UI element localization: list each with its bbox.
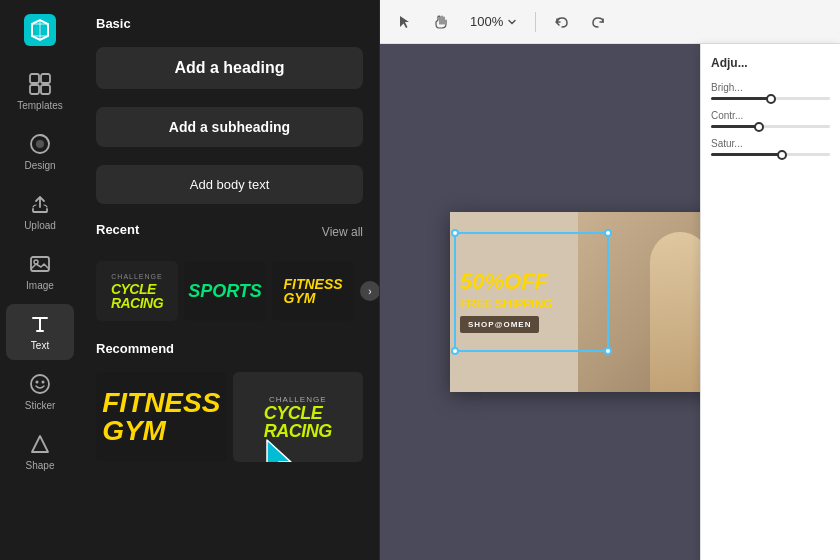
recent-thumb-fitness-gym[interactable]: FITNESSGYM: [272, 261, 354, 321]
banner-content: 50%OFF FREE SHIPPING SHOP@OMEN: [450, 212, 610, 392]
add-subheading-button[interactable]: Add a subheading: [96, 107, 363, 147]
cursor-tool[interactable]: [392, 8, 420, 36]
contrast-row: Contr...: [711, 110, 830, 128]
upload-icon: [28, 192, 52, 216]
adjust-panel-title: Adju...: [711, 56, 830, 70]
recommend-cycle-racing[interactable]: CHALLENGE CYCLERACING: [233, 372, 364, 462]
canvas-area: 100%: [380, 0, 840, 560]
fifty-off-text: 50%OFF: [460, 271, 600, 293]
svg-point-9: [31, 375, 49, 393]
brightness-fill: [711, 97, 771, 100]
sidebar-item-upload[interactable]: Upload: [6, 184, 74, 240]
svg-point-6: [36, 140, 44, 148]
sidebar: Templates Design Upload: [0, 0, 80, 560]
sticker-icon: [28, 372, 52, 396]
sports-text: SPORTS: [188, 281, 262, 302]
design-icon: [28, 132, 52, 156]
saturation-fill: [711, 153, 782, 156]
svg-rect-3: [30, 85, 39, 94]
svg-rect-1: [30, 74, 39, 83]
text-icon: [28, 312, 52, 336]
saturation-row: Satur...: [711, 138, 830, 156]
toolbar-divider: [535, 12, 536, 32]
recent-section-title: Recent: [96, 222, 139, 237]
sidebar-item-design[interactable]: Design: [6, 124, 74, 180]
contrast-handle: [754, 122, 764, 132]
add-heading-button[interactable]: Add a heading: [96, 47, 363, 89]
free-shipping-text: FREE SHIPPING: [460, 297, 600, 311]
sidebar-item-label: Design: [24, 160, 55, 172]
saturation-handle: [777, 150, 787, 160]
svg-point-11: [42, 381, 45, 384]
sidebar-item-templates[interactable]: Templates: [6, 64, 74, 120]
fitness-gym-big-text: FITNESSGYM: [102, 389, 220, 445]
shape-icon: [28, 432, 52, 456]
fitness-gym-text: FITNESSGYM: [283, 277, 342, 305]
recent-grid: CHALLENGE CYCLERACING SPORTS FITNESSGYM …: [96, 261, 363, 321]
contrast-fill: [711, 125, 759, 128]
zoom-value: 100%: [470, 14, 503, 29]
rec-cycle-racing-text: CYCLERACING: [264, 404, 332, 440]
add-body-button[interactable]: Add body text: [96, 165, 363, 204]
svg-point-10: [36, 381, 39, 384]
sidebar-item-label: Templates: [17, 100, 63, 112]
svg-rect-2: [41, 74, 50, 83]
sidebar-item-label: Image: [26, 280, 54, 292]
recommend-section-title: Recommend: [96, 341, 363, 356]
recent-thumb-sports[interactable]: SPORTS: [184, 261, 266, 321]
sidebar-item-image[interactable]: Image: [6, 244, 74, 300]
grid-icon: [28, 72, 52, 96]
recent-section-header: Recent View all: [96, 222, 363, 241]
saturation-slider[interactable]: [711, 153, 830, 156]
contrast-label: Contr...: [711, 110, 830, 121]
sidebar-item-label: Text: [31, 340, 49, 352]
hand-tool[interactable]: [428, 8, 456, 36]
cycle-racing-text: CYCLERACING: [111, 282, 163, 310]
canvas-toolbar: 100%: [380, 0, 840, 44]
cursor-icon: [263, 438, 303, 462]
sidebar-item-sticker[interactable]: Sticker: [6, 364, 74, 420]
app-logo[interactable]: [22, 12, 58, 48]
saturation-label: Satur...: [711, 138, 830, 149]
contrast-slider[interactable]: [711, 125, 830, 128]
recommend-fitness-gym[interactable]: FITNESSGYM: [96, 372, 227, 462]
view-all-link[interactable]: View all: [322, 225, 363, 239]
challenge-label: CHALLENGE: [111, 273, 162, 280]
recent-thumb-cycle-racing[interactable]: CHALLENGE CYCLERACING: [96, 261, 178, 321]
brightness-label: Brigh...: [711, 82, 830, 93]
basic-section-title: Basic: [96, 16, 363, 31]
sidebar-item-label: Sticker: [25, 400, 56, 412]
sidebar-item-label: Upload: [24, 220, 56, 232]
sidebar-item-label: Shape: [26, 460, 55, 472]
shop-button-text: SHOP@OMEN: [460, 316, 539, 333]
svg-rect-7: [31, 257, 49, 271]
recommend-grid: FITNESSGYM CHALLENGE CYCLERACING: [96, 372, 363, 462]
brightness-slider[interactable]: [711, 97, 830, 100]
sidebar-item-shape[interactable]: Shape: [6, 424, 74, 480]
brightness-row: Brigh...: [711, 82, 830, 100]
redo-button[interactable]: [584, 8, 612, 36]
scroll-right-arrow[interactable]: ›: [360, 281, 380, 301]
svg-rect-4: [41, 85, 50, 94]
adjust-panel: Adju... Brigh... Contr... Satur...: [700, 44, 840, 560]
image-icon: [28, 252, 52, 276]
sidebar-item-text[interactable]: Text: [6, 304, 74, 360]
brightness-handle: [766, 94, 776, 104]
text-panel: Basic Add a heading Add a subheading Add…: [80, 0, 380, 560]
undo-button[interactable]: [548, 8, 576, 36]
zoom-control[interactable]: 100%: [464, 10, 523, 33]
